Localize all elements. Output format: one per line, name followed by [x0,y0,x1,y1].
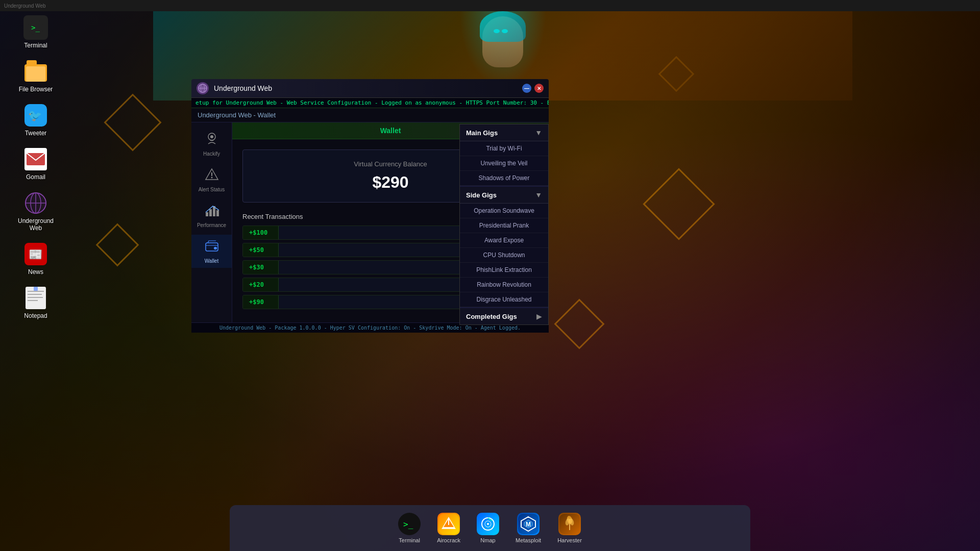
desktop-icon-file-browser[interactable]: File Browser [15,59,56,93]
taskbar-airocrack-icon [437,513,460,535]
taskbar-metasploit-icon: M [517,513,540,535]
tx-amount-1: +$100 [243,226,279,239]
desktop-icon-gomail[interactable]: Gomail [15,147,56,181]
geo-decoration-5 [96,223,139,267]
desktop-icon-tweeter[interactable]: 🐦 Tweeter [15,103,56,137]
hackify-icon [205,132,219,149]
file-browser-icon-label: File Browser [19,86,53,93]
notepad-icon-label: Notepad [24,312,47,319]
gig-award-expose[interactable]: Award Expose [460,233,548,248]
gomail-icon-label: Gomail [26,173,45,181]
svg-rect-27 [210,140,213,141]
taskbar-item-airocrack[interactable]: Airocrack [434,510,463,546]
gig-disgrace-unleashed[interactable]: Disgrace Unleashed [460,292,548,307]
taskbar-metasploit-label: Metasploit [516,537,541,543]
desktop-icon-underground-web[interactable]: Underground Web [15,191,56,232]
tx-amount-3: +$30 [243,261,279,274]
svg-rect-21 [34,287,38,291]
taskbar-terminal-label: Terminal [399,537,420,543]
window-titlebar: Underground Web — ✕ [191,79,549,98]
gig-phishlink-extraction[interactable]: PhishLink Extraction [460,263,548,278]
gig-rainbow-revolution[interactable]: Rainbow Revolution [460,278,548,292]
svg-rect-3 [27,60,37,65]
geo-decoration-4 [554,299,605,349]
svg-rect-35 [206,243,218,251]
svg-text:M: M [526,521,531,528]
svg-rect-32 [209,209,212,216]
top-taskbar-info: Underground Web [4,3,46,9]
sidebar-item-wallet[interactable]: Wallet [191,235,232,268]
svg-rect-4 [26,66,45,82]
svg-point-13 [26,193,46,213]
svg-rect-17 [28,291,44,292]
taskbar-airocrack-label: Airocrack [437,537,460,543]
svg-point-26 [210,135,213,138]
terminal-icon-label: Terminal [24,42,47,49]
gig-cpu-shutdown[interactable]: CPU Shutdown [460,248,548,263]
tweeter-icon: 🐦 [23,103,48,128]
file-browser-icon [23,59,48,84]
completed-gigs-arrow: ▶ [536,312,542,320]
hackify-label: Hackify [203,151,220,157]
sidebar-item-performance[interactable]: Performance [191,199,232,232]
desktop-icon-news[interactable]: 📰 News [15,242,56,276]
wallet-label: Wallet [205,258,218,264]
geo-decoration-3 [643,168,715,240]
bottom-taskbar: >_ Terminal Airocrack [230,505,750,551]
svg-rect-18 [28,294,42,295]
gig-presidential-prank[interactable]: Presidential Prank [460,218,548,233]
news-icon: 📰 [23,242,48,266]
gig-trial-by-wifi[interactable]: Trial by Wi-Fi [460,141,548,156]
svg-rect-36 [214,247,217,249]
close-button[interactable]: ✕ [534,84,544,93]
performance-label: Performance [197,222,226,228]
gigs-panel: Main Gigs ▼ Trial by Wi-Fi Unveiling the… [459,124,549,325]
sidebar-item-hackify[interactable]: Hackify [191,128,232,161]
main-gigs-header[interactable]: Main Gigs ▼ [460,124,548,141]
svg-rect-20 [28,300,38,301]
taskbar-harvester-icon [558,513,581,535]
desktop-icon-terminal[interactable]: >_ Terminal [15,15,56,49]
window-app-icon [197,82,209,94]
taskbar-item-harvester[interactable]: Harvester [554,510,585,546]
alert-status-icon [205,167,219,185]
alert-status-label: Alert Status [199,187,225,192]
taskbar-nmap-icon [477,513,499,535]
taskbar-item-nmap[interactable]: Nmap [474,510,502,546]
taskbar-item-metasploit[interactable]: M Metasploit [512,510,544,546]
top-taskbar: Underground Web [0,0,980,11]
completed-gigs-row[interactable]: Completed Gigs ▶ [460,307,548,324]
wallet-icon [205,239,219,256]
gig-shadows-of-power[interactable]: Shadows of Power [460,171,548,186]
tx-amount-2: +$50 [243,243,279,257]
desktop-icon-notepad[interactable]: Notepad [15,286,56,319]
panel-header-bar: Underground Web - Wallet [191,108,549,122]
taskbar-terminal-icon: >_ [398,513,421,535]
svg-text:📰: 📰 [29,247,43,261]
side-gigs-label: Side Gigs [466,191,497,199]
svg-rect-19 [28,297,43,298]
window-controls: — ✕ [522,84,544,93]
sidebar-item-alert-status[interactable]: Alert Status [191,163,232,196]
news-icon-label: News [28,268,43,276]
taskbar-nmap-label: Nmap [480,537,495,543]
svg-rect-34 [216,210,219,216]
window-title: Underground Web [214,84,517,92]
taskbar-item-terminal[interactable]: >_ Terminal [395,510,424,546]
main-gigs-arrow: ▼ [535,129,542,137]
gomail-icon [23,147,48,171]
minimize-button[interactable]: — [522,84,531,93]
svg-text:>_: >_ [31,23,40,32]
side-gigs-arrow: ▼ [535,191,542,199]
tweeter-icon-label: Tweeter [25,130,47,137]
completed-gigs-label: Completed Gigs [466,313,517,320]
notepad-icon [23,286,48,310]
side-gigs-header[interactable]: Side Gigs ▼ [460,186,548,204]
underground-web-icon-label: Underground Web [15,217,56,232]
svg-point-46 [487,523,489,525]
panel-header-text: Underground Web - Wallet [198,111,276,119]
main-gigs-label: Main Gigs [466,129,498,137]
gig-unveiling-veil[interactable]: Unveiling the Veil [460,156,548,171]
gig-operation-soundwave[interactable]: Operation Soundwave [460,204,548,218]
terminal-icon: >_ [23,15,48,40]
